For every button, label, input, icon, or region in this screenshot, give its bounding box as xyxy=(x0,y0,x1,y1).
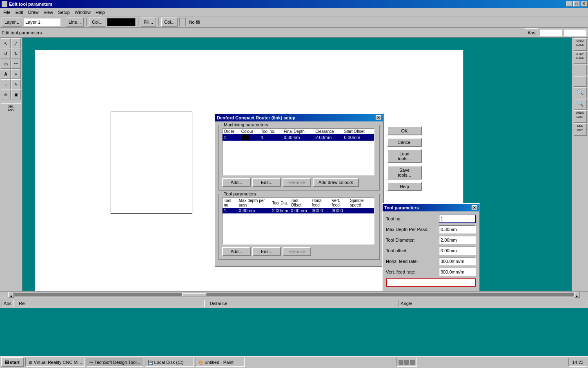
taskbar-item-paint[interactable]: 🎨 untitled - Paint xyxy=(196,358,245,367)
tool-no-field[interactable] xyxy=(439,215,476,223)
menu-edit[interactable]: Edit xyxy=(13,9,26,16)
text-tool[interactable]: A xyxy=(1,69,11,79)
line-button[interactable]: Line... xyxy=(66,18,84,27)
tp-row1-toolno: 1 xyxy=(223,208,238,213)
menu-file[interactable]: File xyxy=(1,9,13,16)
abs-button[interactable]: Abs xyxy=(525,28,538,37)
add-draw-colours-btn[interactable]: Add draw colours xyxy=(313,178,359,187)
coord-y-input[interactable] xyxy=(564,29,586,36)
del-btn[interactable]: DELANY xyxy=(1,103,21,113)
menu-help[interactable]: Help xyxy=(93,9,107,16)
toolparams-table: Tool no. Max depth per pass Tool Dia. To… xyxy=(223,198,374,213)
paint-label: untitled - Paint xyxy=(205,360,234,365)
distance-status: Distance xyxy=(208,300,396,307)
menu-window[interactable]: Window xyxy=(72,9,93,16)
zoom-out-btn[interactable]: 🔍 xyxy=(574,99,587,110)
tool-params-body: Tool no: Max Depth Per Pass: Tool Diamet… xyxy=(383,211,479,291)
minimize-btn[interactable]: _ xyxy=(566,1,572,7)
tool-no-label: Tool no: xyxy=(386,216,439,221)
circle-tool[interactable]: ○ xyxy=(1,79,11,89)
curve-tool[interactable]: 〜 xyxy=(11,59,21,69)
col-button2[interactable]: Col... xyxy=(161,18,178,27)
select-tool[interactable]: ↖ xyxy=(1,38,11,48)
router-help-btn[interactable]: Help xyxy=(387,182,422,191)
bezier-tool[interactable]: ✎ xyxy=(11,79,21,89)
toolparams-add-btn[interactable]: Add... xyxy=(222,247,251,256)
layer-input[interactable] xyxy=(24,18,60,26)
machining-row-1[interactable]: 1 1 0.30mm 2.00mm 0.00mm xyxy=(223,134,374,141)
fill-tool[interactable]: ▣ xyxy=(11,90,21,99)
start-button[interactable]: ⊞ start xyxy=(1,357,24,367)
cnc-label: Virtual Reality CNC Mi... xyxy=(34,360,82,365)
row1-startoffset: 0.00mm xyxy=(343,134,374,141)
router-cancel-btn[interactable]: Cancel xyxy=(387,138,422,147)
vert-feed-row: Vert. feed rate: xyxy=(386,268,476,276)
col-button1[interactable]: Col... xyxy=(89,18,105,27)
router-ok-btn[interactable]: OK xyxy=(387,126,422,135)
grid-lock-btn[interactable]: GRIDLOCK xyxy=(574,38,587,51)
taskbar-item-techsoft[interactable]: ✏ TechSoft Design Tool... xyxy=(87,358,143,367)
machining-list[interactable]: Order Colour Tool no. Final Depth Cleara… xyxy=(222,128,374,175)
vert-feed-field[interactable] xyxy=(439,268,476,276)
close-btn[interactable]: ✕ xyxy=(581,1,587,7)
poly-tool[interactable]: ✦ xyxy=(11,69,21,79)
distance-label: Distance xyxy=(210,301,227,306)
scroll-left-btn[interactable]: ◄ xyxy=(8,292,14,298)
tool-offset-field[interactable] xyxy=(439,247,476,255)
tool-params-close[interactable]: ✕ xyxy=(472,205,477,210)
machining-remove-btn[interactable]: Remove xyxy=(283,178,311,187)
sep3 xyxy=(138,18,138,26)
tool-params-title: Tool parameters xyxy=(384,205,419,210)
tool-dia-row: Tool Diameter: xyxy=(386,236,476,244)
tool-params-cancel-btn[interactable]: Cancel xyxy=(418,291,443,291)
undo-last-btn[interactable]: UNDOLAST xyxy=(574,110,587,123)
rotate-tool[interactable]: ↺ xyxy=(1,49,11,58)
spindle-speed-field[interactable] xyxy=(386,278,476,287)
machining-add-btn[interactable]: Add... xyxy=(222,178,251,187)
col-toolno: Tool no. xyxy=(260,129,283,134)
tool-params-ok-btn[interactable]: OK xyxy=(386,291,408,291)
toolparams-remove-btn[interactable]: Remove xyxy=(283,247,311,256)
tool-r2[interactable] xyxy=(574,76,587,87)
rect-tool[interactable]: ▭ xyxy=(1,59,11,69)
scroll-right-btn[interactable]: ► xyxy=(574,292,580,298)
measure-tool[interactable]: ⊕ xyxy=(1,90,11,99)
horiz-feed-field[interactable] xyxy=(439,257,476,265)
menu-draw[interactable]: Draw xyxy=(26,9,41,16)
toolparams-list[interactable]: Tool no. Max depth per pass Tool Dia. To… xyxy=(222,197,374,245)
taskbar-item-cnc[interactable]: 🖥 Virtual Reality CNC Mi... xyxy=(25,358,85,367)
machining-params-group: Machining parameters Order Colour xyxy=(218,125,380,191)
max-depth-field[interactable] xyxy=(439,225,476,233)
zoom-in-btn[interactable]: 🔍 xyxy=(574,88,587,98)
del-any-btn[interactable]: DELANY xyxy=(574,123,587,136)
tp-row1-spindle xyxy=(349,208,374,213)
router-dialog-close[interactable]: ✕ xyxy=(376,115,381,120)
tool-dia-field[interactable] xyxy=(439,236,476,244)
menu-setup[interactable]: Setup xyxy=(56,9,72,16)
layer-button[interactable]: Layer... xyxy=(2,18,22,27)
tray-icon-3 xyxy=(410,360,415,365)
router-loadtools-btn[interactable]: Load tools... xyxy=(387,149,422,163)
techsoft-icon: ✏ xyxy=(89,360,93,365)
step-lock-btn[interactable]: STEPLOCK xyxy=(574,52,587,64)
router-savetools-btn[interactable]: Save tools... xyxy=(387,166,422,180)
tool-r1[interactable] xyxy=(574,65,587,75)
sep2 xyxy=(86,18,87,26)
fill-button[interactable]: Fill... xyxy=(141,18,156,27)
machining-edit-btn[interactable]: Edit... xyxy=(252,178,281,187)
toolparams-row-1[interactable]: 1 0.30mm 2.00mm 0.00mm 300.0 300.0 xyxy=(223,208,374,213)
taskbar-item-localdisk[interactable]: 💾 Local Disk (C:) xyxy=(145,358,194,367)
menu-view[interactable]: View xyxy=(41,9,56,16)
pencil-tool[interactable]: ╱ xyxy=(11,38,21,48)
right-toolbar: GRIDLOCK STEPLOCK 🔍 🔍 UNDOLAST DELANY xyxy=(572,38,588,291)
maximize-btn[interactable]: □ xyxy=(573,1,580,7)
horiz-feed-row: Horiz. feed rate: xyxy=(386,257,476,265)
tool-params-help-btn[interactable]: Help xyxy=(453,291,476,291)
coord-x-input[interactable] xyxy=(540,29,562,36)
toolparams-edit-btn[interactable]: Edit... xyxy=(252,247,281,256)
scale-tool[interactable]: ↻ xyxy=(11,49,21,58)
col-finaldepth: Final Depth xyxy=(283,129,314,134)
hscroll-thumb[interactable] xyxy=(182,293,207,296)
cmdbar: Edit tool parameters Abs xyxy=(0,28,588,38)
hscroll-track[interactable] xyxy=(14,293,574,296)
